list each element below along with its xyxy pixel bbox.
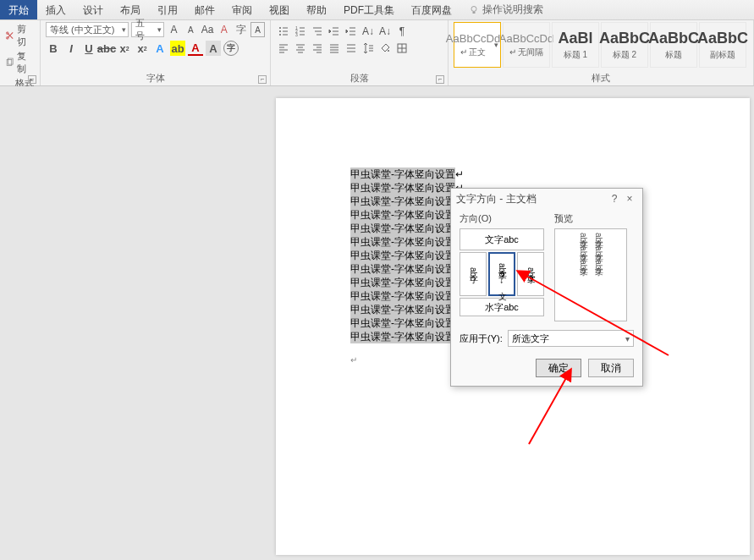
subscript-button[interactable]: x2 xyxy=(117,41,132,56)
svg-point-11 xyxy=(388,50,389,52)
tab-design[interactable]: 设计 xyxy=(74,0,112,19)
svg-point-5 xyxy=(279,27,281,29)
orientation-rotated[interactable]: 水字abc xyxy=(460,298,544,316)
group-paragraph: 123 A↓ A↓ ¶ 段落 ⌐ xyxy=(271,20,449,85)
style-item-4[interactable]: AaBbC标题 xyxy=(650,22,697,68)
tab-help[interactable]: 帮助 xyxy=(298,0,335,19)
tell-me-search[interactable]: 操作说明搜索 xyxy=(460,0,552,19)
superscript-button[interactable]: x2 xyxy=(135,41,150,56)
align-left-icon xyxy=(278,42,289,54)
strikethrough-button[interactable]: abc xyxy=(99,41,114,56)
group-clipboard: 剪切 复制 格式刷 ⌐ xyxy=(0,20,41,85)
phonetic-guide-button[interactable]: 字 xyxy=(234,22,248,37)
distribute-button[interactable] xyxy=(344,41,359,56)
style-item-1[interactable]: AaBbCcDd↵ 无间隔 xyxy=(503,22,550,68)
orientation-horizontal[interactable]: 文字abc xyxy=(460,228,544,250)
cut-label: 剪切 xyxy=(17,23,35,48)
group-styles: AaBbCcDd↵ 正文AaBbCcDd↵ 无间隔AaBl标题 1AaBbC标题… xyxy=(449,20,754,85)
bullets-button[interactable] xyxy=(276,24,291,39)
align-center-button[interactable] xyxy=(293,41,308,56)
ok-button[interactable]: 确定 xyxy=(536,359,581,377)
tab-review[interactable]: 审阅 xyxy=(223,0,261,19)
line-spacing-icon xyxy=(362,42,374,54)
borders-icon xyxy=(396,42,408,54)
justify-icon xyxy=(328,42,340,54)
orientation-vertical-2[interactable]: 文字abc→文 xyxy=(488,252,515,296)
italic-button[interactable]: I xyxy=(63,41,79,56)
char-border-button[interactable]: A xyxy=(250,22,265,37)
lightbulb-icon xyxy=(469,5,479,15)
borders-button[interactable] xyxy=(394,41,410,56)
tab-home[interactable]: 开始 xyxy=(0,0,37,19)
font-dialog-launcher[interactable]: ⌐ xyxy=(258,75,267,84)
preview-col-2: 文字abc文字abc文字abc xyxy=(592,233,604,317)
align-center-icon xyxy=(294,42,306,54)
show-marks-button[interactable]: ¶ xyxy=(394,24,410,39)
bucket-icon xyxy=(379,42,391,54)
selected-line: 甲虫课堂-字体竖向设置↵ xyxy=(350,181,455,195)
shading-button[interactable] xyxy=(377,41,393,56)
style-item-0[interactable]: AaBbCcDd↵ 正文 xyxy=(454,22,501,68)
font-color-button[interactable]: A xyxy=(188,41,203,56)
multilevel-list-button[interactable] xyxy=(310,24,325,39)
preview-label: 预览 xyxy=(554,212,627,225)
bullets-icon xyxy=(278,25,289,37)
asian-layout-button[interactable]: A↓ xyxy=(360,24,376,39)
dialog-close-button[interactable]: × xyxy=(622,193,637,205)
change-case-button[interactable]: Aa xyxy=(201,22,215,37)
align-right-button[interactable] xyxy=(310,41,325,56)
preview-col-1: 文字abc文字abc文字abc xyxy=(577,233,589,317)
shrink-font-button[interactable]: A xyxy=(184,22,198,37)
text-effects-button[interactable]: A xyxy=(152,41,168,56)
justify-button[interactable] xyxy=(327,41,342,56)
tab-mailings[interactable]: 邮件 xyxy=(186,0,223,19)
dialog-titlebar[interactable]: 文字方向 - 主文档 ? × xyxy=(451,189,642,209)
cut-button[interactable]: 剪切 xyxy=(5,22,35,49)
style-item-2[interactable]: AaBl标题 1 xyxy=(552,22,599,68)
selected-line: 甲虫课堂-字体竖向设置↵ xyxy=(350,249,455,262)
grow-font-button[interactable]: A xyxy=(167,22,181,37)
selected-text-block[interactable]: 甲虫课堂-字体竖向设置↵甲虫课堂-字体竖向设置↵甲虫课堂-字体竖向设置↵甲虫课堂… xyxy=(350,167,455,343)
cancel-button[interactable]: 取消 xyxy=(588,359,634,377)
font-size-select[interactable]: 五号 xyxy=(131,22,164,37)
underline-button[interactable]: U xyxy=(81,41,96,56)
align-left-button[interactable] xyxy=(276,41,291,56)
tab-references[interactable]: 引用 xyxy=(149,0,186,19)
paragraph-group-label: 段落 xyxy=(271,72,448,85)
selected-line: 甲虫课堂-字体竖向设置↵ xyxy=(350,208,455,222)
char-shading-button[interactable]: A xyxy=(206,41,221,56)
orientation-vertical-1[interactable]: 字abc xyxy=(460,252,487,296)
tab-insert[interactable]: 插入 xyxy=(37,0,74,19)
decrease-indent-button[interactable] xyxy=(327,24,342,39)
copy-button[interactable]: 复制 xyxy=(5,49,35,76)
apply-to-select[interactable]: 所选文字 xyxy=(508,330,634,347)
style-item-3[interactable]: AaBbC标题 2 xyxy=(601,22,648,68)
highlight-button[interactable]: ab xyxy=(170,41,185,56)
dialog-help-button[interactable]: ? xyxy=(607,193,622,205)
numbering-button[interactable]: 123 xyxy=(293,24,308,39)
style-label: 标题 1 xyxy=(564,49,587,61)
tab-baidu[interactable]: 百度网盘 xyxy=(403,0,460,19)
enclose-char-button[interactable]: 字 xyxy=(223,41,239,56)
sort-button[interactable]: A↓ xyxy=(377,24,393,39)
selected-line: 甲虫课堂-字体竖向设置↵ xyxy=(350,316,455,330)
increase-indent-button[interactable] xyxy=(344,24,359,39)
font-name-select[interactable]: 等线 (中文正文) xyxy=(46,22,129,37)
orientation-vertical-3[interactable]: 文字abc xyxy=(517,252,544,296)
ribbon: 剪切 复制 格式刷 ⌐ 等线 (中文正文) 五号 A A Aa A 字 A B … xyxy=(0,20,754,86)
tab-pdf[interactable]: PDF工具集 xyxy=(335,0,403,19)
distribute-icon xyxy=(345,42,357,54)
line-spacing-button[interactable] xyxy=(360,41,376,56)
style-label: ↵ 正文 xyxy=(460,47,487,58)
scissors-icon xyxy=(5,30,14,41)
clear-formatting-button[interactable]: A xyxy=(217,22,231,37)
style-preview: AaBbCcDd xyxy=(446,32,500,45)
svg-point-6 xyxy=(279,30,281,32)
paragraph-dialog-launcher[interactable]: ⌐ xyxy=(436,75,444,84)
font-group-label: 字体 xyxy=(41,72,270,85)
bold-button[interactable]: B xyxy=(46,41,61,56)
tab-view[interactable]: 视图 xyxy=(261,0,298,19)
style-item-5[interactable]: AaBbC副标题 xyxy=(699,22,746,68)
clipboard-dialog-launcher[interactable]: ⌐ xyxy=(28,75,36,84)
styles-gallery[interactable]: AaBbCcDd↵ 正文AaBbCcDd↵ 无间隔AaBl标题 1AaBbC标题… xyxy=(454,22,748,68)
